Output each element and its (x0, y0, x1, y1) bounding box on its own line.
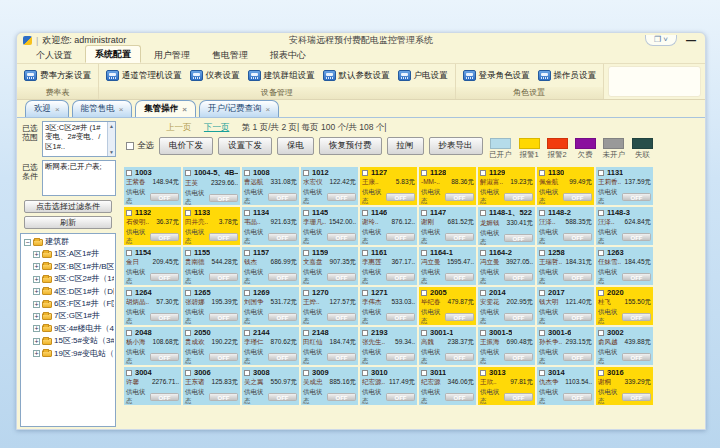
selected-condition-listbox[interactable]: 断网表;已开户表; (42, 160, 116, 196)
room-checkbox[interactable] (126, 210, 132, 216)
room-checkbox[interactable] (244, 290, 250, 296)
room-checkbox[interactable] (598, 250, 604, 256)
supply-toggle-off[interactable]: OFF (209, 233, 238, 241)
supply-toggle-off[interactable]: OFF (563, 193, 592, 201)
supply-toggle-off[interactable]: OFF (386, 353, 415, 361)
room-checkbox[interactable] (480, 290, 486, 296)
action-button-抄表导出[interactable]: 抄表导出 (429, 137, 483, 155)
tree-item[interactable]: +15区:5#变站（3#变电.. (24, 335, 114, 347)
room-checkbox[interactable] (244, 170, 250, 176)
supply-toggle-off[interactable]: OFF (268, 313, 297, 321)
supply-toggle-off[interactable]: OFF (504, 234, 533, 242)
supply-toggle-off[interactable]: OFF (327, 273, 356, 281)
supply-toggle-off[interactable]: OFF (504, 393, 533, 401)
room-checkbox[interactable] (126, 170, 132, 176)
select-all-checkbox[interactable] (126, 142, 134, 150)
supply-toggle-off[interactable]: OFF (209, 194, 238, 202)
supply-toggle-off[interactable]: OFF (268, 273, 297, 281)
room-checkbox[interactable] (185, 290, 191, 296)
supply-toggle-off[interactable]: OFF (150, 273, 179, 281)
room-checkbox[interactable] (480, 210, 486, 216)
close-icon[interactable]: × (55, 105, 60, 114)
room-checkbox[interactable] (539, 170, 545, 176)
supply-toggle-off[interactable]: OFF (268, 233, 297, 241)
supply-toggle-off[interactable]: OFF (504, 273, 533, 281)
room-checkbox[interactable] (362, 170, 368, 176)
prev-page-link[interactable]: 上一页 (166, 122, 192, 132)
supply-toggle-off[interactable]: OFF (622, 233, 651, 241)
supply-toggle-off[interactable]: OFF (563, 233, 592, 241)
room-checkbox[interactable] (421, 290, 427, 296)
room-checkbox[interactable] (244, 210, 250, 216)
room-checkbox[interactable] (539, 290, 545, 296)
room-checkbox[interactable] (185, 250, 191, 256)
room-checkbox[interactable] (126, 330, 132, 336)
supply-toggle-off[interactable]: OFF (209, 353, 238, 361)
supply-toggle-off[interactable]: OFF (563, 393, 592, 401)
supply-toggle-off[interactable]: OFF (327, 353, 356, 361)
room-checkbox[interactable] (421, 210, 427, 216)
ribbon-button-通道管理机设置[interactable]: 通道管理机设置 (103, 68, 185, 84)
ribbon-button-登录角色设置[interactable]: 登录角色设置 (460, 68, 533, 84)
room-checkbox[interactable] (421, 170, 427, 176)
supply-toggle-off[interactable]: OFF (327, 313, 356, 321)
supply-toggle-off[interactable]: OFF (445, 193, 474, 201)
supply-toggle-off[interactable]: OFF (268, 393, 297, 401)
room-checkbox[interactable] (539, 330, 545, 336)
minimize-button[interactable]: — (683, 37, 699, 45)
supply-toggle-off[interactable]: OFF (327, 233, 356, 241)
supply-toggle-off[interactable]: OFF (622, 273, 651, 281)
close-icon[interactable]: × (119, 105, 124, 114)
menu-item-系统配置[interactable]: 系统配置 (85, 45, 141, 63)
expand-icon[interactable]: + (33, 338, 40, 345)
room-checkbox[interactable] (598, 170, 604, 176)
tree-item[interactable]: +3区:C区2#井（1#变.. (24, 273, 114, 285)
action-button-拉闸[interactable]: 拉闸 (387, 137, 424, 155)
ribbon-button-费率方案设置[interactable]: 费率方案设置 (21, 68, 94, 84)
expand-icon[interactable]: + (33, 313, 40, 320)
ribbon-button-户电设置[interactable]: 户电设置 (395, 68, 451, 84)
listbox-scrollbar[interactable]: ▲▼ (107, 122, 115, 156)
room-checkbox[interactable] (598, 330, 604, 336)
select-all[interactable]: 全选 (126, 137, 154, 152)
room-checkbox[interactable] (244, 250, 250, 256)
supply-toggle-off[interactable]: OFF (209, 273, 238, 281)
collapse-icon[interactable]: − (24, 239, 31, 246)
tab-开户/记费查询[interactable]: 开户/记费查询× (199, 100, 279, 117)
action-button-恢复预付费[interactable]: 恢复预付费 (319, 137, 382, 155)
room-checkbox[interactable] (244, 330, 250, 336)
supply-toggle-off[interactable]: OFF (209, 393, 238, 401)
room-checkbox[interactable] (303, 370, 309, 376)
supply-toggle-off[interactable]: OFF (327, 193, 356, 201)
room-checkbox[interactable] (480, 250, 486, 256)
supply-toggle-off[interactable]: OFF (445, 353, 474, 361)
room-checkbox[interactable] (362, 290, 368, 296)
next-page-link[interactable]: 下一页 (204, 122, 230, 132)
supply-toggle-off[interactable]: OFF (563, 353, 592, 361)
room-checkbox[interactable] (303, 290, 309, 296)
tree-item[interactable]: +6区:F区1#井（F区1.. (24, 298, 114, 310)
ribbon-button-建筑群组设置[interactable]: 建筑群组设置 (245, 68, 318, 84)
room-checkbox[interactable] (185, 370, 191, 376)
expand-icon[interactable]: + (33, 325, 40, 332)
menu-item-用户管理[interactable]: 用户管理 (145, 47, 199, 63)
supply-toggle-off[interactable]: OFF (386, 233, 415, 241)
room-checkbox[interactable] (126, 290, 132, 296)
supply-toggle-off[interactable]: OFF (150, 313, 179, 321)
room-checkbox[interactable] (480, 330, 486, 336)
supply-toggle-off[interactable]: OFF (150, 393, 179, 401)
room-checkbox[interactable] (362, 330, 368, 336)
room-checkbox[interactable] (185, 330, 191, 336)
supply-toggle-off[interactable]: OFF (445, 233, 474, 241)
tree-item[interactable]: +1区:A区1#井 (24, 248, 114, 260)
supply-toggle-off[interactable]: OFF (268, 193, 297, 201)
supply-toggle-off[interactable]: OFF (622, 193, 651, 201)
room-checkbox[interactable] (362, 370, 368, 376)
room-checkbox[interactable] (480, 370, 486, 376)
room-checkbox[interactable] (303, 330, 309, 336)
tab-集管操作[interactable]: 集管操作× (135, 100, 196, 117)
room-checkbox[interactable] (539, 370, 545, 376)
room-checkbox[interactable] (126, 370, 132, 376)
supply-toggle-off[interactable]: OFF (386, 393, 415, 401)
supply-toggle-off[interactable]: OFF (209, 313, 238, 321)
